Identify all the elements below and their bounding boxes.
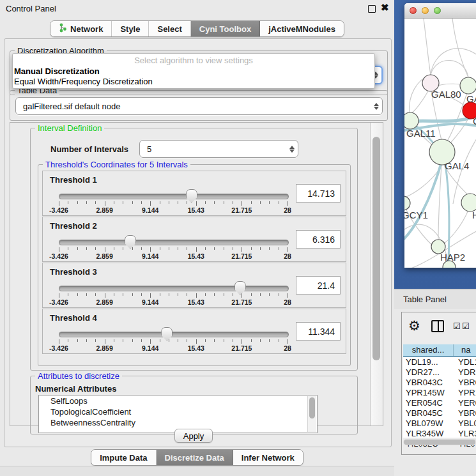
slider-tick: [288, 201, 288, 206]
table-frame: ⚙ ☑ ☑ shared...na YDL19...YDL1YDR27...YD…: [401, 312, 476, 455]
apply-button[interactable]: Apply: [174, 429, 213, 443]
tab-network[interactable]: Network: [50, 21, 112, 36]
gear-icon[interactable]: ⚙: [408, 318, 420, 334]
threshold-value-field[interactable]: 14.713: [296, 184, 341, 203]
attributes-scrollbar[interactable]: [307, 396, 316, 432]
slider-tick: [279, 293, 279, 296]
table-row[interactable]: YLR345WYLR3: [403, 429, 476, 439]
zoom-traffic-light-icon[interactable]: [434, 7, 441, 14]
column-header[interactable]: na: [454, 344, 476, 356]
slider-handle[interactable]: [125, 235, 136, 249]
table-toolbar: ⚙ ☑ ☑: [402, 312, 476, 342]
network-view-window: GAL80GACGAL11GAL4GCY1HHAP2: [404, 3, 476, 268]
slider-tick: [269, 201, 270, 204]
slider-tick: [251, 201, 252, 204]
slider-tick-label: -3.426: [49, 298, 68, 306]
slider-tick: [132, 339, 133, 342]
column-header[interactable]: shared...: [403, 344, 454, 356]
slider-handle[interactable]: [234, 281, 246, 295]
table-row[interactable]: YBR045CYBR0: [403, 408, 476, 418]
network-edge: [424, 19, 431, 75]
network-node-label: GAL4: [445, 160, 469, 171]
slider-tick: [214, 339, 215, 342]
network-node-ga[interactable]: [460, 77, 476, 94]
cell-name: YPR1: [453, 388, 476, 398]
bottom-tab-infer-network[interactable]: Infer Network: [233, 450, 303, 465]
float-icon[interactable]: [368, 5, 376, 13]
pane-scrollbar[interactable]: [370, 123, 383, 426]
slider-tick: [105, 201, 105, 206]
network-edge: [411, 90, 429, 113]
network-node-label: GAL80: [431, 89, 461, 100]
threshold-value-field[interactable]: 11.344: [296, 322, 341, 341]
bottom-tab-impute-data[interactable]: Impute Data: [91, 450, 156, 465]
slider-tick: [169, 339, 169, 342]
network-window-titlebar[interactable]: [404, 3, 476, 19]
minimize-traffic-light-icon[interactable]: [422, 7, 429, 14]
threshold-slider[interactable]: -3.4262.8599.14415.4321.71528: [59, 280, 288, 305]
bottom-tab-discretize-data[interactable]: Discretize Data: [157, 450, 233, 465]
tab-cyni-toolbox[interactable]: Cyni Toolbox: [191, 21, 260, 36]
table-row[interactable]: YPR145WYPR1: [403, 388, 476, 398]
network-node-h[interactable]: [461, 194, 476, 211]
threshold-slider[interactable]: -3.4262.8599.14415.4321.71528: [59, 326, 288, 351]
algorithm-option[interactable]: Manual Discretization: [14, 66, 100, 76]
slider-tick: [260, 293, 261, 296]
slider-track: [59, 240, 289, 245]
slider-tick: [105, 339, 105, 344]
combo-arrows-icon: [286, 146, 298, 153]
checkbox-icon[interactable]: ☑: [453, 321, 461, 331]
interval-definition-label: Interval Definition: [35, 123, 104, 133]
checkbox-icon[interactable]: ☑: [462, 321, 470, 331]
table-row[interactable]: YER054CYER0: [403, 398, 476, 408]
close-icon[interactable]: ✖: [381, 2, 389, 13]
table-row[interactable]: YDR27...YDR2: [403, 367, 476, 378]
network-edge: [444, 210, 468, 243]
threshold-label: Threshold 4: [50, 313, 97, 323]
table-hscrollbar[interactable]: [403, 439, 476, 445]
slider-tick: [160, 293, 160, 296]
slider-tick: [68, 293, 68, 296]
slider-tick: [187, 201, 187, 204]
slider-tick-label: 28: [284, 206, 291, 214]
threshold-slider[interactable]: -3.4262.8599.14415.4321.71528: [59, 234, 288, 259]
algorithm-option[interactable]: Equal Width/Frequency Discretization: [14, 77, 153, 86]
slider-tick: [169, 247, 169, 250]
threshold-value-field[interactable]: 21.4: [296, 276, 341, 295]
close-traffic-light-icon[interactable]: [410, 7, 417, 14]
split-columns-icon[interactable]: [431, 320, 444, 332]
slider-track: [59, 286, 289, 291]
threshold-value-field[interactable]: 6.316: [296, 230, 341, 249]
slider-handle[interactable]: [161, 327, 173, 341]
pane-scrollbar-thumb[interactable]: [372, 137, 380, 360]
bottom-tabbar: Impute DataDiscretize DataInfer Network: [0, 449, 394, 466]
num-intervals-value: 5: [140, 144, 286, 154]
table-data-combobox[interactable]: galFiltered.sif default node: [15, 97, 383, 115]
tab-select[interactable]: Select: [149, 21, 190, 36]
network-edge: [431, 49, 476, 75]
slider-tick: [114, 339, 114, 342]
slider-tick: [242, 247, 242, 252]
network-node-gcy1[interactable]: [404, 196, 410, 210]
attribute-list-item[interactable]: BetweennessCentrality: [39, 417, 317, 428]
slider-tick: [68, 247, 68, 250]
table-row[interactable]: YBR043CYBR0: [403, 378, 476, 388]
slider-tick: [123, 247, 123, 250]
attribute-list-item[interactable]: TopologicalCoefficient: [39, 406, 317, 417]
network-canvas[interactable]: GAL80GACGAL11GAL4GCY1HHAP2: [404, 19, 476, 268]
table-row[interactable]: YDL19...YDL1: [403, 357, 476, 367]
screen: Control Panel ✖ NetworkStyleSelectCyni T…: [0, 0, 476, 476]
slider-tick: [279, 339, 279, 342]
network-node-gal11[interactable]: [404, 112, 418, 129]
table-row[interactable]: YBL079WYBL0: [403, 418, 476, 429]
slider-tick-label: 21.715: [231, 344, 252, 352]
num-intervals-combobox[interactable]: 5: [139, 140, 298, 158]
attribute-list-item[interactable]: SelfLoops: [39, 395, 317, 406]
slider-tick-label: 28: [284, 344, 291, 352]
tab-jactivemnodules[interactable]: jActiveMNodules: [260, 21, 344, 36]
slider-tick: [86, 293, 87, 296]
cell-name: YBR0: [453, 408, 476, 418]
tab-style[interactable]: Style: [112, 21, 149, 36]
threshold-slider[interactable]: -3.4262.8599.14415.4321.71528: [59, 188, 288, 213]
slider-tick: [279, 201, 279, 204]
